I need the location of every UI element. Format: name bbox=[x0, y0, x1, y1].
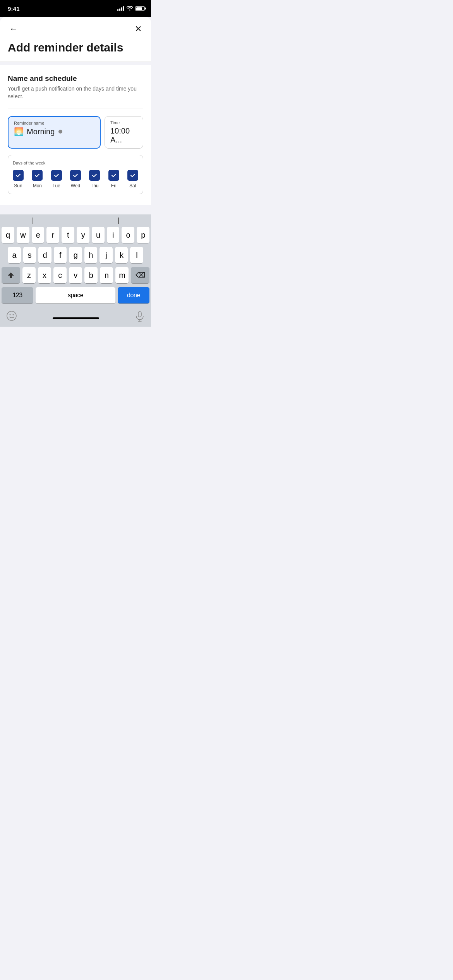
key-y[interactable]: y bbox=[77, 227, 89, 243]
keyboard-row-1: q w e r t y u i o p bbox=[2, 227, 149, 243]
key-s[interactable]: s bbox=[23, 247, 36, 263]
text-cursor bbox=[58, 130, 62, 134]
day-item-tue[interactable]: Tue bbox=[51, 170, 62, 188]
day-name-thu: Thu bbox=[91, 183, 99, 188]
key-j[interactable]: j bbox=[100, 247, 113, 263]
keyboard-bottom bbox=[2, 307, 149, 325]
signal-icon bbox=[117, 6, 124, 11]
key-t[interactable]: t bbox=[62, 227, 74, 243]
keyboard: q w e r t y u i o p a s d f g h j k l bbox=[0, 214, 151, 327]
day-name-mon: Mon bbox=[33, 183, 42, 188]
time-field[interactable]: Time 10:00 A... bbox=[105, 116, 143, 149]
key-d[interactable]: d bbox=[38, 247, 51, 263]
day-checkbox-wed[interactable] bbox=[70, 170, 81, 181]
key-r[interactable]: r bbox=[46, 227, 59, 243]
section-description: You'll get a push notification on the da… bbox=[8, 85, 143, 100]
keyboard-cursor-row bbox=[2, 218, 149, 224]
time-label: Time bbox=[110, 120, 137, 125]
keyboard-row-3: z x c v b n m ⌫ bbox=[2, 267, 149, 283]
key-e[interactable]: e bbox=[32, 227, 45, 243]
day-item-mon[interactable]: Mon bbox=[32, 170, 43, 188]
microphone-button[interactable] bbox=[135, 311, 145, 323]
key-o[interactable]: o bbox=[122, 227, 134, 243]
reminder-emoji: 🌅 bbox=[14, 127, 24, 136]
header: ← ✕ Add reminder details bbox=[0, 17, 151, 62]
day-name-fri: Fri bbox=[111, 183, 117, 188]
key-h[interactable]: h bbox=[84, 247, 98, 263]
time-value: 10:00 A... bbox=[110, 127, 137, 144]
key-q[interactable]: q bbox=[2, 227, 14, 243]
home-indicator bbox=[53, 317, 99, 319]
key-l[interactable]: l bbox=[130, 247, 143, 263]
cursor-left bbox=[33, 218, 33, 224]
day-name-sun: Sun bbox=[14, 183, 22, 188]
delete-key[interactable]: ⌫ bbox=[131, 267, 149, 283]
delete-icon: ⌫ bbox=[136, 271, 145, 279]
emoji-button[interactable] bbox=[6, 310, 17, 324]
day-name-tue: Tue bbox=[53, 183, 60, 188]
day-item-sun[interactable]: Sun bbox=[13, 170, 24, 188]
day-item-wed[interactable]: Wed bbox=[70, 170, 81, 188]
reminder-name-inner: 🌅 Morning bbox=[14, 127, 94, 136]
space-key[interactable]: space bbox=[36, 287, 115, 303]
cursor-right bbox=[118, 218, 119, 224]
content-area: Name and schedule You'll get a push noti… bbox=[0, 65, 151, 205]
key-b[interactable]: b bbox=[84, 267, 98, 283]
reminder-name-value: Morning bbox=[27, 127, 55, 136]
section-title: Name and schedule bbox=[8, 74, 143, 83]
status-bar: 9:41 bbox=[0, 0, 151, 17]
svg-point-2 bbox=[13, 314, 14, 315]
key-m[interactable]: m bbox=[115, 267, 129, 283]
keyboard-row-2: a s d f g h j k l bbox=[2, 247, 149, 263]
back-button[interactable]: ← bbox=[8, 23, 19, 35]
wifi-icon bbox=[127, 6, 133, 12]
divider bbox=[8, 108, 143, 108]
main-content: ← ✕ Add reminder details Name and schedu… bbox=[0, 17, 151, 327]
key-x[interactable]: x bbox=[38, 267, 51, 283]
key-g[interactable]: g bbox=[69, 247, 82, 263]
header-nav: ← ✕ bbox=[8, 23, 143, 35]
svg-point-0 bbox=[7, 311, 16, 320]
status-time: 9:41 bbox=[8, 5, 20, 12]
key-w[interactable]: w bbox=[17, 227, 29, 243]
status-icons bbox=[117, 6, 145, 12]
battery-icon bbox=[135, 6, 145, 11]
key-k[interactable]: k bbox=[115, 247, 128, 263]
key-v[interactable]: v bbox=[69, 267, 82, 283]
reminder-name-field[interactable]: Reminder name 🌅 Morning bbox=[8, 116, 101, 149]
close-button[interactable]: ✕ bbox=[133, 23, 143, 35]
key-z[interactable]: z bbox=[22, 267, 36, 283]
day-checkbox-fri[interactable] bbox=[108, 170, 119, 181]
day-checkbox-tue[interactable] bbox=[51, 170, 62, 181]
key-p[interactable]: p bbox=[137, 227, 149, 243]
day-checkbox-mon[interactable] bbox=[32, 170, 43, 181]
key-c[interactable]: c bbox=[53, 267, 67, 283]
done-key[interactable]: done bbox=[118, 287, 149, 303]
day-checkbox-thu[interactable] bbox=[89, 170, 100, 181]
svg-point-1 bbox=[10, 314, 11, 315]
day-checkbox-sun[interactable] bbox=[13, 170, 24, 181]
day-item-fri[interactable]: Fri bbox=[108, 170, 119, 188]
days-label: Days of the week bbox=[13, 161, 138, 165]
key-a[interactable]: a bbox=[8, 247, 21, 263]
day-item-thu[interactable]: Thu bbox=[89, 170, 100, 188]
day-name-sat: Sat bbox=[129, 183, 136, 188]
key-f[interactable]: f bbox=[54, 247, 67, 263]
day-item-sat[interactable]: Sat bbox=[127, 170, 138, 188]
key-n[interactable]: n bbox=[100, 267, 113, 283]
keyboard-row-4: 123 space done bbox=[2, 287, 149, 303]
key-i[interactable]: i bbox=[107, 227, 120, 243]
page-title: Add reminder details bbox=[8, 41, 143, 54]
day-name-wed: Wed bbox=[71, 183, 80, 188]
days-row: Sun Mon bbox=[13, 170, 138, 188]
name-schedule-section: Name and schedule You'll get a push noti… bbox=[0, 65, 151, 205]
days-of-week-section: Days of the week Sun bbox=[8, 155, 143, 194]
shift-key[interactable] bbox=[2, 267, 20, 283]
reminder-name-label: Reminder name bbox=[14, 121, 94, 125]
svg-rect-3 bbox=[138, 312, 141, 317]
key-u[interactable]: u bbox=[92, 227, 105, 243]
numbers-key[interactable]: 123 bbox=[2, 287, 33, 303]
day-checkbox-sat[interactable] bbox=[127, 170, 138, 181]
input-row: Reminder name 🌅 Morning Time 10:00 A... bbox=[8, 116, 143, 149]
